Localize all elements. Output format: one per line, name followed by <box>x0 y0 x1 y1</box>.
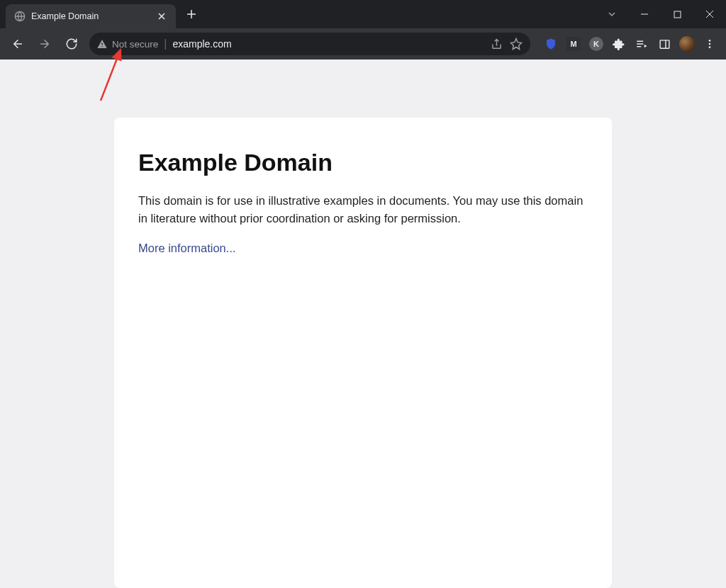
forward-button[interactable] <box>33 32 57 56</box>
chrome-menu-icon[interactable] <box>699 33 720 55</box>
extensions-area: M K <box>536 33 720 55</box>
shield-extension-icon[interactable] <box>540 33 562 55</box>
share-icon[interactable] <box>489 37 503 51</box>
maximize-button[interactable] <box>661 4 693 25</box>
svg-point-4 <box>709 40 711 42</box>
window-controls <box>596 0 726 28</box>
m-extension-icon[interactable]: M <box>563 33 584 55</box>
close-window-button[interactable] <box>693 4 726 25</box>
warning-triangle-icon <box>96 38 108 50</box>
m-badge-label: M <box>566 37 581 51</box>
k-extension-icon[interactable]: K <box>586 33 607 55</box>
tab-title: Example Domain <box>31 11 150 21</box>
omnibox-separator: | <box>164 38 167 50</box>
tab-strip: Example Domain <box>0 0 201 28</box>
k-badge-label: K <box>589 37 603 51</box>
page-viewport: Example Domain This domain is for use in… <box>0 60 726 588</box>
toolbar: Not secure | example.com M K <box>0 28 726 60</box>
playlist-extension-icon[interactable] <box>631 33 652 55</box>
url-text: example.com <box>172 38 484 50</box>
new-tab-button[interactable] <box>182 4 201 24</box>
profile-avatar[interactable] <box>676 33 698 55</box>
bookmark-star-icon[interactable] <box>509 37 523 51</box>
svg-point-6 <box>709 46 711 48</box>
not-secure-label: Not secure <box>112 39 158 50</box>
minimize-button[interactable] <box>628 4 661 25</box>
extensions-puzzle-icon[interactable] <box>608 33 630 55</box>
back-button[interactable] <box>6 32 30 56</box>
page-paragraph: This domain is for use in illustrative e… <box>138 192 588 227</box>
reload-button[interactable] <box>60 32 84 56</box>
titlebar: Example Domain <box>0 0 726 28</box>
side-panel-icon[interactable] <box>654 33 675 55</box>
not-secure-indicator[interactable]: Not secure <box>96 38 158 50</box>
svg-rect-1 <box>674 11 681 18</box>
browser-tab[interactable]: Example Domain <box>6 4 176 28</box>
content-card: Example Domain This domain is for use in… <box>114 118 612 588</box>
page-heading: Example Domain <box>138 149 588 176</box>
more-information-link[interactable]: More information... <box>138 242 236 254</box>
svg-point-2 <box>101 46 102 47</box>
close-tab-icon[interactable] <box>156 11 167 22</box>
tab-search-chevron-icon[interactable] <box>596 4 628 25</box>
address-bar[interactable]: Not secure | example.com <box>89 33 530 55</box>
avatar-image <box>679 36 695 52</box>
svg-point-5 <box>709 43 711 45</box>
svg-rect-3 <box>660 40 669 47</box>
globe-icon <box>14 11 26 22</box>
